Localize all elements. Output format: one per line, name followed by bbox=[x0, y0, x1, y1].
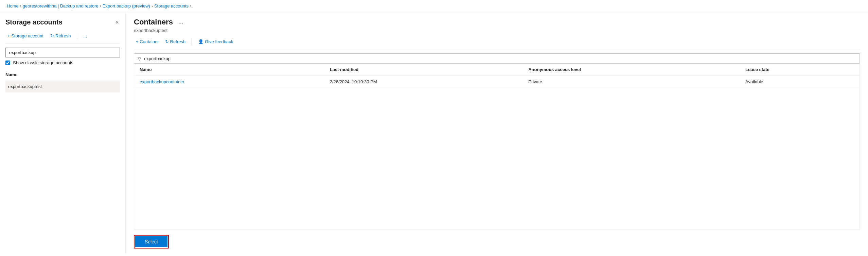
col-name: Name bbox=[134, 64, 324, 76]
left-refresh-icon: ↻ bbox=[50, 33, 54, 38]
add-container-button[interactable]: + Container bbox=[134, 38, 161, 46]
list-item[interactable]: exportbackuptest bbox=[5, 81, 120, 92]
show-classic-checkbox[interactable] bbox=[5, 61, 10, 65]
col-last-modified: Last modified bbox=[324, 64, 523, 76]
left-col-header: Name bbox=[5, 70, 120, 79]
left-refresh-button[interactable]: ↻ Refresh bbox=[48, 32, 73, 40]
bottom-bar: Select bbox=[134, 229, 860, 254]
give-feedback-button[interactable]: 👤 Give feedback bbox=[196, 38, 235, 46]
right-more-button[interactable]: ... bbox=[176, 18, 185, 27]
left-toolbar: + Storage account ↻ Refresh ... bbox=[5, 32, 120, 44]
col-access-level: Anonymous access level bbox=[523, 64, 740, 76]
breadcrumb: Home › georestorewithha | Backup and res… bbox=[0, 0, 868, 12]
container-filter-input[interactable] bbox=[144, 56, 856, 61]
filter-icon: ▽ bbox=[138, 56, 141, 61]
container-access-level: Private bbox=[523, 76, 740, 88]
left-panel-title: Storage accounts bbox=[5, 18, 63, 26]
feedback-icon: 👤 bbox=[198, 39, 203, 44]
show-classic-label: Show classic storage accounts bbox=[13, 60, 73, 65]
storage-search-input[interactable] bbox=[5, 48, 120, 57]
table-container: Name Last modified Anonymous access leve… bbox=[134, 64, 860, 229]
container-lease-state: Available bbox=[740, 76, 860, 88]
select-button[interactable]: Select bbox=[135, 236, 167, 247]
add-storage-account-button[interactable]: + Storage account bbox=[5, 32, 46, 40]
container-name[interactable]: exportbackupcontainer bbox=[134, 76, 324, 88]
breadcrumb-export[interactable]: Export backup (preview) bbox=[103, 3, 150, 8]
breadcrumb-backup[interactable]: georestorewithha | Backup and restore bbox=[23, 3, 99, 8]
right-toolbar: + Container ↻ Refresh 👤 Give feedback bbox=[134, 38, 860, 49]
left-panel: Storage accounts « + Storage account ↻ R… bbox=[0, 12, 126, 254]
filter-row: ▽ bbox=[134, 53, 860, 64]
containers-table: Name Last modified Anonymous access leve… bbox=[134, 64, 860, 88]
right-panel: Containers ... exportbackuptest + Contai… bbox=[126, 12, 868, 254]
col-lease-state: Lease state bbox=[740, 64, 860, 76]
left-more-button[interactable]: ... bbox=[81, 32, 89, 40]
container-last-modified: 2/26/2024, 10:10:30 PM bbox=[324, 76, 523, 88]
collapse-icon[interactable]: « bbox=[114, 18, 120, 27]
table-row[interactable]: exportbackupcontainer 2/26/2024, 10:10:3… bbox=[134, 76, 860, 88]
right-refresh-button[interactable]: ↻ Refresh bbox=[163, 38, 188, 46]
select-button-wrapper: Select bbox=[134, 235, 169, 249]
breadcrumb-home[interactable]: Home bbox=[7, 3, 19, 8]
right-panel-title: Containers bbox=[134, 18, 173, 27]
right-refresh-icon: ↻ bbox=[165, 39, 169, 44]
right-panel-subtitle: exportbackuptest bbox=[134, 28, 860, 33]
breadcrumb-storage[interactable]: Storage accounts bbox=[154, 3, 189, 8]
